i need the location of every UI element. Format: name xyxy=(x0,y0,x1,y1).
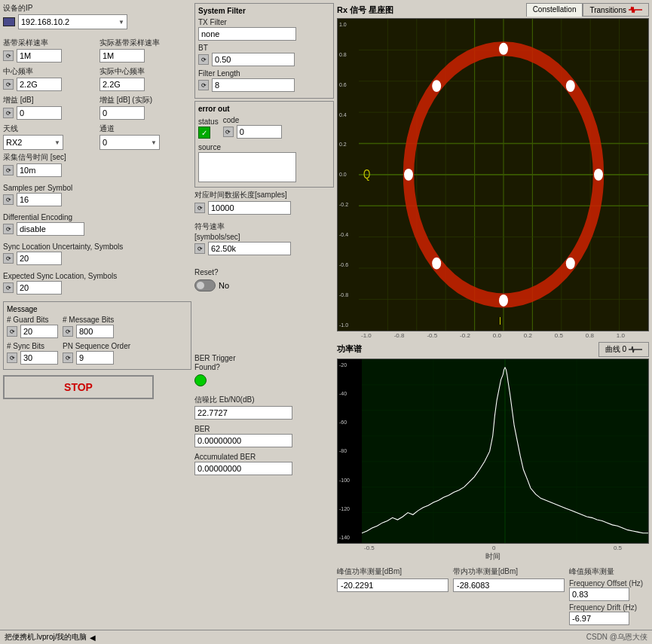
gain-label: 增益 [dB] xyxy=(3,95,95,105)
response-row: ⟳ xyxy=(194,201,334,215)
baseband-input-row: ⟳ xyxy=(3,49,95,63)
x-label-n10: -1.0 xyxy=(361,332,372,339)
tab-transitions[interactable]: Transitions xyxy=(583,3,649,17)
expected-sync-spin[interactable]: ⟳ xyxy=(3,282,14,293)
ber-input xyxy=(194,434,292,447)
collect-spin[interactable]: ⟳ xyxy=(3,165,14,175)
samples-per-symbol-row: ⟳ xyxy=(3,193,191,206)
baseband-left: 基带采样速率 ⟳ xyxy=(3,38,95,64)
message-bits-row: ⟳ xyxy=(63,325,114,338)
pn-seq-col: PN Sequence Order ⟳ xyxy=(63,342,130,366)
samples-per-symbol-input[interactable] xyxy=(17,193,62,206)
response-spin[interactable]: ⟳ xyxy=(194,203,205,213)
filter-length-row: ⟳ xyxy=(198,78,330,92)
symbol-rate-input xyxy=(208,242,291,255)
message-spin[interactable]: ⟳ xyxy=(63,326,73,337)
baseband-input[interactable] xyxy=(17,49,62,63)
sync-bits-input[interactable] xyxy=(20,351,58,365)
sync-bits-spin[interactable]: ⟳ xyxy=(7,353,17,363)
sync-uncertainty-row: ⟳ xyxy=(3,252,191,265)
sy-label-n120: -120 xyxy=(339,506,360,511)
actual-center-input xyxy=(99,78,145,91)
stop-button[interactable]: STOP xyxy=(3,375,154,399)
device-ip-group: 设备的IP 192.168.10.2 ▼ xyxy=(3,3,191,32)
reset-toggle[interactable] xyxy=(194,279,216,291)
filter-length-spin[interactable]: ⟳ xyxy=(198,80,209,90)
baseband-spin[interactable]: ⟳ xyxy=(3,50,14,61)
guard-spin[interactable]: ⟳ xyxy=(7,326,17,337)
antenna-dropdown[interactable]: RX2 ▼ xyxy=(3,135,63,150)
pn-seq-input[interactable] xyxy=(76,351,114,365)
diff-encoding-input[interactable] xyxy=(17,222,84,236)
bt-input[interactable] xyxy=(212,53,295,66)
center-freq-input[interactable] xyxy=(17,78,62,91)
tab-constellation[interactable]: Constellation xyxy=(526,3,583,17)
reset-group: Reset? No xyxy=(194,268,334,291)
right-panel: Rx 信号 星座图 Constellation Transitions xyxy=(337,3,649,627)
sy-label-n60: -60 xyxy=(339,420,360,425)
symbol-rate-label: 符号速率 xyxy=(194,221,334,232)
expected-sync-input[interactable] xyxy=(17,281,62,295)
spectrum-x-title: 时间 xyxy=(337,551,649,562)
dropdown-arrow-ip: ▼ xyxy=(118,19,124,26)
reset-toggle-container: No xyxy=(194,279,334,291)
bottom-path: 把便携机.lvproj/我的电脑 xyxy=(5,632,87,642)
response-input[interactable] xyxy=(208,201,291,215)
samples-per-symbol-label: Samples per Symbol xyxy=(3,184,191,192)
expected-sync-group: Expected Sync Location, Symbols ⟳ xyxy=(3,272,191,296)
constellation-tabs: Constellation Transitions xyxy=(526,3,649,17)
peak-power-label: 峰值功率测量[dBm] xyxy=(337,566,448,577)
tx-filter-input[interactable] xyxy=(198,27,296,41)
spectrum-title: 功率谱 xyxy=(337,343,362,355)
center-freq-left: 中心频率 ⟳ xyxy=(3,66,95,93)
code-input xyxy=(237,125,282,139)
filter-length-input[interactable] xyxy=(212,78,295,92)
source-group: source xyxy=(198,143,330,184)
nav-arrow-left[interactable]: ◀ xyxy=(88,633,97,642)
constellation-svg: Q I xyxy=(359,19,648,331)
source-textarea[interactable] xyxy=(198,152,296,182)
samples-spin[interactable]: ⟳ xyxy=(3,194,14,205)
ip-dropdown[interactable]: 192.168.10.2 ▼ xyxy=(18,14,127,29)
pn-seq-spin[interactable]: ⟳ xyxy=(63,353,73,363)
sync-uncertainty-input[interactable] xyxy=(17,252,62,265)
actual-baseband-row xyxy=(99,49,191,63)
svg-point-25 xyxy=(432,258,441,270)
actual-gain-row xyxy=(99,106,191,120)
center-freq-spin[interactable]: ⟳ xyxy=(3,79,14,90)
sync-uncertainty-spin[interactable]: ⟳ xyxy=(3,253,14,264)
collect-time-input[interactable] xyxy=(17,163,62,177)
baseband-label: 基带采样速率 xyxy=(3,38,95,48)
message-bits-col: # Message Bits ⟳ xyxy=(63,316,114,340)
svg-point-21 xyxy=(404,169,413,181)
y-label-04: 0.4 xyxy=(339,112,357,118)
diff-spin[interactable]: ⟳ xyxy=(3,224,14,234)
ber-trigger-label: BER Trigger xyxy=(194,354,334,362)
spectrum-header: 功率谱 曲线 0 xyxy=(337,342,649,357)
reset-label: Reset? xyxy=(194,268,334,276)
svg-point-20 xyxy=(594,169,603,181)
spectrum-curve-tab[interactable]: 曲线 0 xyxy=(598,342,649,357)
symbol-rate-spin[interactable]: ⟳ xyxy=(194,243,205,254)
diff-encoding-label: Differential Encoding xyxy=(3,213,191,221)
gain-spin[interactable]: ⟳ xyxy=(3,108,14,118)
spectrum-section: 功率谱 曲线 0 -20 -40 xyxy=(337,342,649,627)
sx-label-n05: -0.5 xyxy=(364,545,375,551)
svg-point-24 xyxy=(566,258,575,270)
gain-input[interactable] xyxy=(17,106,62,120)
gain-row: 增益 [dB] ⟳ 增益 [dB] (实际) xyxy=(3,95,191,121)
constellation-chart-title: Rx 信号 星座图 xyxy=(337,5,393,16)
svg-text:Q: Q xyxy=(363,167,370,181)
response-group: 对应时间数据长度[samples] ⟳ xyxy=(194,190,334,216)
y-label-n10: -1.0 xyxy=(339,322,357,328)
guard-bits-input[interactable] xyxy=(20,325,58,338)
system-filter-panel: System Filter TX Filter BT ⟳ Filter Leng… xyxy=(194,3,334,99)
message-bits-input[interactable] xyxy=(76,325,114,338)
code-spin[interactable]: ⟳ xyxy=(223,127,234,137)
source-label: source xyxy=(198,143,330,151)
bt-spin[interactable]: ⟳ xyxy=(198,54,209,65)
diff-encoding-group: Differential Encoding ⟳ xyxy=(3,213,191,237)
gain-input-row: ⟳ xyxy=(3,106,95,120)
filter-length-label: Filter Length xyxy=(198,69,330,78)
channel-dropdown[interactable]: 0 ▼ xyxy=(99,135,160,150)
